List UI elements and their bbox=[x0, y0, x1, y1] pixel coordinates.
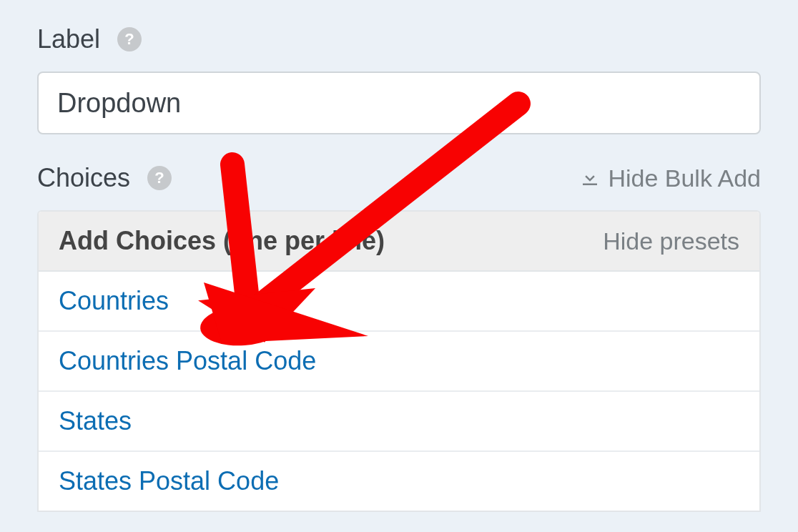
help-icon[interactable]: ? bbox=[147, 166, 172, 190]
choices-title: Choices bbox=[37, 163, 130, 193]
preset-item-states-postal[interactable]: States Postal Code bbox=[39, 452, 759, 511]
label-title: Label bbox=[37, 24, 100, 54]
preset-item-countries-postal[interactable]: Countries Postal Code bbox=[39, 332, 759, 392]
label-input[interactable] bbox=[37, 72, 761, 134]
label-row: Label ? bbox=[37, 24, 761, 54]
hide-bulk-add-link[interactable]: Hide Bulk Add bbox=[579, 164, 761, 192]
hide-presets-link[interactable]: Hide presets bbox=[603, 227, 739, 255]
choices-panel-header: Add Choices (one per line) Hide presets bbox=[39, 212, 759, 272]
preset-item-states[interactable]: States bbox=[39, 392, 759, 452]
choices-panel: Add Choices (one per line) Hide presets … bbox=[37, 210, 761, 512]
choices-left: Choices ? bbox=[37, 163, 172, 193]
help-icon[interactable]: ? bbox=[117, 27, 142, 51]
choices-header: Choices ? Hide Bulk Add bbox=[37, 163, 761, 193]
hide-bulk-add-label: Hide Bulk Add bbox=[608, 164, 761, 192]
download-icon bbox=[579, 167, 601, 189]
field-settings-panel: Label ? Choices ? Hide Bulk Add Add Choi… bbox=[0, 0, 798, 512]
choices-panel-title: Add Choices (one per line) bbox=[59, 226, 385, 256]
preset-item-countries[interactable]: Countries bbox=[39, 272, 759, 332]
